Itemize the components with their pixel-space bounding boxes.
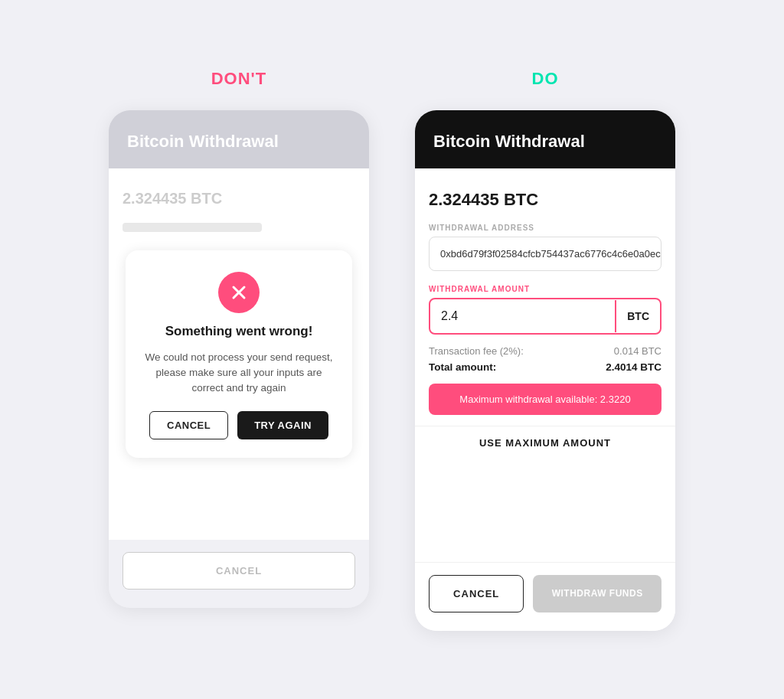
x-icon	[228, 282, 250, 303]
error-icon	[218, 272, 260, 313]
do-title-bold: Bitcoin	[433, 132, 491, 151]
fee-value: 0.014 BTC	[614, 345, 662, 357]
use-max-button[interactable]: USE MAXIMUM AMOUNT	[415, 426, 675, 459]
error-dialog: Something went wrong! We could not proce…	[126, 250, 352, 459]
do-cancel-button[interactable]: CANCEL	[429, 575, 524, 612]
do-amount-currency: BTC	[504, 190, 538, 209]
dont-amount: 2.324435 BTC	[122, 184, 355, 211]
total-value: 2.4014 BTC	[606, 361, 662, 373]
max-withdrawal-banner: Maximum withdrawal available: 2.3220	[429, 384, 662, 415]
dont-title-bold: Bitcoin	[127, 132, 185, 151]
error-buttons: CANCEL TRY AGAIN	[144, 411, 334, 439]
do-header-title: Bitcoin Withdrawal	[433, 132, 657, 152]
dont-title-light: Withdrawal	[185, 132, 279, 151]
dont-address-placeholder	[122, 223, 262, 232]
withdrawal-amount-label: WITHDRAWAL AMOUNT	[429, 285, 662, 293]
total-row: Total amount: 2.4014 BTC	[429, 361, 662, 373]
amount-input-field[interactable]	[430, 299, 615, 333]
dont-header: Bitcoin Withdrawal	[109, 110, 369, 168]
dont-bottom-cancel-button[interactable]: CANCEL	[122, 552, 355, 590]
error-body: We could not process your send request, …	[144, 350, 334, 397]
do-panel: DO Bitcoin Withdrawal 2.324435 BTC WITHD…	[415, 69, 675, 631]
withdrawal-address-field[interactable]: 0xbd6d79f3f02584cfcb754437ac6776c4c6e0a0…	[429, 237, 662, 272]
do-amount: 2.324435 BTC	[429, 184, 662, 224]
total-label: Total amount:	[429, 361, 496, 373]
dont-phone-card: Bitcoin Withdrawal 2.324435 BTC So	[109, 110, 369, 608]
dont-amount-currency: BTC	[191, 190, 222, 207]
dont-error-cancel-button[interactable]: CANCEL	[149, 411, 228, 439]
dont-body: 2.324435 BTC Something went wrong! We co…	[109, 168, 369, 540]
dont-amount-value: 2.324435	[122, 190, 186, 207]
dont-bottom: CANCEL	[109, 540, 369, 608]
do-body: 2.324435 BTC WITHDRAWAL ADDRESS 0xbd6d79…	[415, 168, 675, 562]
main-container: DON'T Bitcoin Withdrawal 2.324435 BTC	[0, 38, 784, 661]
dont-header-title: Bitcoin Withdrawal	[127, 132, 351, 152]
amount-currency-label: BTC	[615, 300, 660, 332]
fee-row: Transaction fee (2%): 0.014 BTC	[429, 345, 662, 357]
fee-label: Transaction fee (2%):	[429, 345, 524, 357]
dont-error-try-again-button[interactable]: TRY AGAIN	[237, 411, 328, 439]
dont-label: DON'T	[211, 69, 267, 89]
do-withdraw-button[interactable]: WITHDRAW FUNDS	[533, 575, 662, 612]
do-label: DO	[532, 69, 559, 89]
dont-panel: DON'T Bitcoin Withdrawal 2.324435 BTC	[109, 69, 369, 608]
do-bottom: CANCEL WITHDRAW FUNDS	[415, 562, 675, 631]
do-header: Bitcoin Withdrawal	[415, 110, 675, 168]
amount-input-row: BTC	[429, 298, 662, 335]
do-phone-card: Bitcoin Withdrawal 2.324435 BTC WITHDRAW…	[415, 110, 675, 631]
do-amount-value: 2.324435	[429, 190, 499, 209]
error-title: Something went wrong!	[165, 324, 313, 339]
withdrawal-address-label: WITHDRAWAL ADDRESS	[429, 224, 662, 232]
do-title-light: Withdrawal	[491, 132, 585, 151]
